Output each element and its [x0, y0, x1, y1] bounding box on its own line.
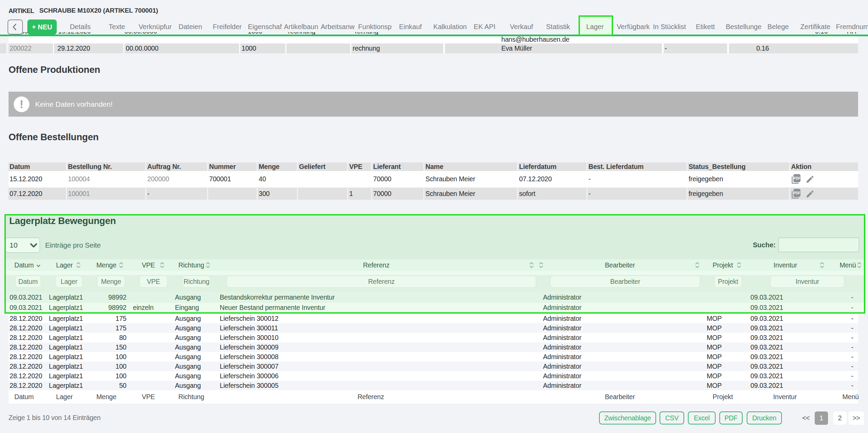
svg-text:PDF: PDF [794, 191, 801, 195]
svg-text:PDF: PDF [794, 176, 801, 180]
